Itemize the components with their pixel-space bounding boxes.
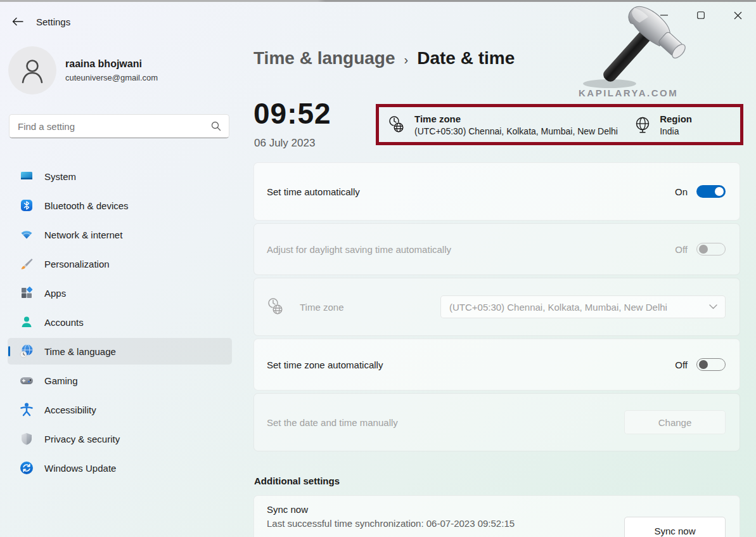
avatar[interactable]: [8, 46, 56, 94]
timezone-value: (UTC+05:30) Chennai, Kolkata, Mumbai, Ne…: [414, 126, 618, 138]
timezone-title: Time zone: [414, 112, 618, 126]
back-button[interactable]: [8, 13, 28, 31]
shield-icon: [19, 431, 34, 446]
app-title: Settings: [36, 16, 70, 27]
search-input[interactable]: [10, 121, 211, 132]
timezone-summary: Time zone (UTC+05:30) Chennai, Kolkata, …: [388, 112, 634, 138]
windows-update-icon: [19, 460, 34, 476]
sync-now-title: Sync now: [267, 504, 726, 515]
current-date: 06 July 2023: [254, 137, 315, 150]
profile-email: cuteuniverse@gmail.com: [65, 73, 158, 82]
sidebar-item-personalization[interactable]: Personalization: [8, 250, 232, 277]
sidebar-item-label: Time & language: [44, 346, 116, 357]
time-language-icon: [19, 344, 34, 359]
breadcrumb: Time & language › Date & time: [253, 48, 515, 68]
main-content: Time & language › Date & time: [253, 0, 740, 537]
search-box[interactable]: [9, 114, 229, 138]
watermark-text: KAPILARYA.COM: [579, 87, 678, 98]
setting-label: Set time zone automatically: [267, 359, 675, 370]
sidebar-item-label: Privacy & security: [44, 434, 120, 444]
page-title: Date & time: [417, 48, 515, 68]
set-time-automatically-toggle[interactable]: [696, 185, 726, 198]
sidebar-item-label: Apps: [44, 288, 66, 299]
sidebar-item-apps[interactable]: Apps: [8, 280, 232, 306]
sidebar-item-label: Accounts: [44, 317, 84, 328]
settings-window: Settings raaina bhojwani cuteuniverse@gm…: [0, 0, 756, 537]
sidebar-item-label: Gaming: [44, 375, 78, 386]
toggle-state-label: Off: [675, 359, 688, 370]
card-set-time-zone-automatically: Set time zone automatically Off: [253, 339, 740, 391]
setting-label: Set the date and time manually: [267, 417, 624, 428]
search-icon: [211, 121, 221, 131]
accessibility-icon: [19, 402, 34, 417]
system-icon: [19, 169, 34, 184]
card-set-date-time-manually: Set the date and time manually Change: [253, 393, 740, 451]
sidebar-nav: System Bluetooth & devices Network & int…: [0, 160, 240, 484]
sidebar-item-label: Accessibility: [44, 404, 96, 415]
setting-label: Time zone: [300, 302, 440, 313]
breadcrumb-separator-icon: ›: [404, 50, 409, 67]
sidebar: raaina bhojwani cuteuniverse@gmail.com S…: [0, 32, 240, 537]
wifi-icon: [19, 227, 34, 242]
settings-cards: Set time automatically On Adjust for day…: [253, 162, 740, 454]
region-globe-icon: [634, 116, 651, 134]
daylight-saving-toggle: [696, 243, 726, 256]
sidebar-item-system[interactable]: System: [8, 163, 232, 190]
breadcrumb-parent[interactable]: Time & language: [253, 48, 395, 68]
setting-label: Adjust for daylight saving time automati…: [267, 244, 675, 255]
sidebar-item-windows-update[interactable]: Windows Update: [8, 455, 232, 481]
toggle-state-label: On: [675, 186, 688, 197]
sidebar-item-gaming[interactable]: Gaming: [8, 367, 232, 394]
card-sync-now: Sync now Last successful time synchroniz…: [253, 495, 740, 537]
back-arrow-icon: [12, 17, 23, 26]
time-zone-dropdown: (UTC+05:30) Chennai, Kolkata, Mumbai, Ne…: [440, 295, 726, 318]
sidebar-item-label: System: [44, 171, 76, 182]
sidebar-item-label: Personalization: [44, 259, 110, 269]
time-zone-dropdown-value: (UTC+05:30) Chennai, Kolkata, Mumbai, Ne…: [449, 302, 709, 313]
region-summary: Region India: [634, 112, 692, 138]
sync-now-button[interactable]: Sync now: [624, 517, 726, 537]
region-title: Region: [660, 112, 692, 126]
region-value: India: [660, 126, 692, 138]
bluetooth-icon: [19, 198, 34, 213]
chevron-down-icon: [709, 304, 717, 309]
toggle-state-label: Off: [675, 244, 688, 255]
card-set-time-automatically: Set time automatically On: [253, 162, 740, 221]
change-button: Change: [624, 410, 726, 434]
sidebar-item-accounts[interactable]: Accounts: [8, 309, 232, 335]
card-daylight-saving: Adjust for daylight saving time automati…: [253, 223, 740, 275]
timezone-clock-globe-icon-disabled: [267, 297, 285, 316]
sidebar-item-privacy-security[interactable]: Privacy & security: [8, 425, 232, 452]
gamepad-icon: [19, 373, 34, 388]
hammer-watermark-image: [570, 4, 697, 93]
sidebar-item-time-language[interactable]: Time & language: [8, 338, 232, 365]
set-time-zone-automatically-toggle[interactable]: [696, 358, 726, 371]
setting-label: Set time automatically: [267, 186, 675, 197]
sidebar-item-label: Bluetooth & devices: [44, 200, 129, 211]
sidebar-item-label: Network & internet: [44, 230, 122, 240]
accounts-icon: [19, 314, 34, 330]
timezone-region-highlight: Time zone (UTC+05:30) Chennai, Kolkata, …: [376, 104, 743, 145]
sidebar-item-bluetooth-devices[interactable]: Bluetooth & devices: [8, 192, 232, 219]
sidebar-item-network-internet[interactable]: Network & internet: [8, 221, 232, 248]
sidebar-item-label: Windows Update: [44, 463, 116, 474]
apps-icon: [19, 285, 34, 301]
profile-name: raaina bhojwani: [65, 58, 142, 70]
sidebar-item-accessibility[interactable]: Accessibility: [8, 396, 232, 423]
card-time-zone: Time zone (UTC+05:30) Chennai, Kolkata, …: [253, 278, 740, 336]
brush-icon: [19, 256, 34, 271]
person-icon: [19, 57, 46, 84]
additional-settings-header: Additional settings: [254, 476, 340, 486]
timezone-clock-globe-icon: [388, 115, 406, 134]
current-time: 09:52: [253, 96, 331, 131]
